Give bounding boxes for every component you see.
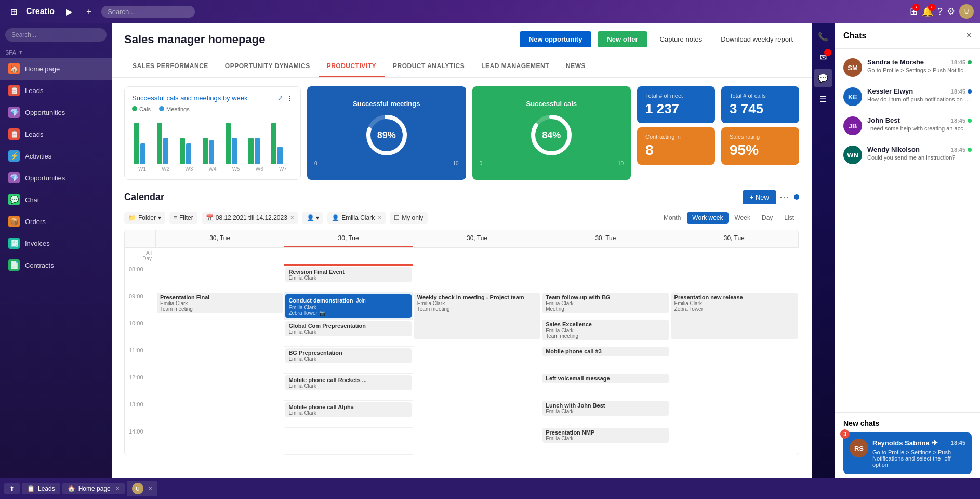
sidebar-item-home[interactable]: 🏠 Home page <box>0 58 112 80</box>
filter-person-label: Emilia Clark <box>341 214 375 221</box>
new-opportunity-button[interactable]: New opportunity <box>520 31 592 47</box>
taskbar-user-close[interactable]: × <box>149 485 152 492</box>
sidebar-item-orders[interactable]: 📦 Orders <box>0 211 112 232</box>
tab-product-analytics[interactable]: PRODUCT ANALYTICS <box>385 56 473 77</box>
taskbar-close[interactable]: × <box>116 485 120 492</box>
chat-time: 18:45 <box>951 59 965 65</box>
filter-date-clear[interactable]: × <box>290 214 294 221</box>
new-chat-item[interactable]: 3 RS Reynolds Sabrina ✈ 18:45 Go to Prof… <box>843 432 972 474</box>
filter-person-clear[interactable]: × <box>378 214 381 221</box>
view-day[interactable]: Day <box>757 212 778 224</box>
col4-1400: Presentation NMP Emilia Clark <box>541 426 669 453</box>
event-weekly-checkin[interactable]: Weekly check in meeting - Project team E… <box>414 293 540 339</box>
time-1000: 10:00 <box>125 318 156 345</box>
chat-item[interactable]: WN Wendy Nikolson 18:45 Could you send m… <box>835 140 980 169</box>
download-report-button[interactable]: Download weekly report <box>714 31 799 47</box>
event-global-com[interactable]: Global Com Prepresentation Emilia Clark <box>285 321 411 336</box>
join-button[interactable]: Join <box>353 297 368 305</box>
view-list[interactable]: List <box>779 212 799 224</box>
plus-icon[interactable]: ＋ <box>82 4 96 19</box>
filter-date[interactable]: 📅 08.12.2021 till 14.12.2023 × <box>202 212 298 224</box>
sidebar-item-opportunities[interactable]: 💎 Opportunities <box>0 101 112 123</box>
tab-news[interactable]: NEWS <box>558 56 594 77</box>
sidebar-item-invoices[interactable]: 🧾 Invoices <box>0 232 112 254</box>
taskbar-home-label: Home page <box>78 485 111 492</box>
chat-item[interactable]: SM Sandra te Morshe 18:45 Go to Profile … <box>835 53 980 82</box>
chat-item[interactable]: JB John Best 18:45 I need some help with… <box>835 111 980 140</box>
tab-lead-management[interactable]: LEAD MANAGEMENT <box>473 56 558 77</box>
capture-notes-button[interactable]: Capture notes <box>654 31 709 47</box>
chat-panel-icon[interactable]: 💬 <box>814 69 832 87</box>
taskbar-homepage[interactable]: 🏠 Home page × <box>62 483 125 494</box>
chart-bar-label: W6 <box>249 166 270 172</box>
more-icon[interactable]: ⋮ <box>286 94 293 102</box>
play-icon[interactable]: ▶ <box>62 4 76 19</box>
col1-0800 <box>156 264 284 291</box>
event-mobile-call3[interactable]: Mobile phone call #3 <box>542 347 668 356</box>
taskbar-expand[interactable]: ⬆ <box>4 483 20 494</box>
event-sales-excellence[interactable]: Sales Excellence Emilia Clark Team meeti… <box>542 320 668 340</box>
cal-col-2: Revision Final Event Emilia Clark Conduc… <box>284 264 413 455</box>
sidebar-item-contracts[interactable]: 📄 Contracts <box>0 254 112 276</box>
sidebar-item-chat[interactable]: 💬 Chat <box>0 189 112 211</box>
top-search-input[interactable] <box>101 6 195 18</box>
settings-icon[interactable]: ⚙ <box>947 6 955 17</box>
notification-icon[interactable]: 🔔 • <box>922 6 933 17</box>
filter-filter[interactable]: ≡ Filter <box>169 212 197 224</box>
view-workweek[interactable]: Work week <box>687 212 728 224</box>
event-mobile-rockets[interactable]: Mobile phone call Rockets ... Emilia Cla… <box>285 375 411 390</box>
new-chat-avatar: RS <box>850 439 868 457</box>
opportunities-icon: 💎 <box>8 107 20 118</box>
user-avatar[interactable]: U <box>959 4 974 19</box>
calendar-more-button[interactable]: ⋯ <box>776 188 792 206</box>
chat-panel-title: Chats <box>843 31 966 41</box>
grid-apps-icon[interactable]: ⊞ • <box>910 6 918 17</box>
tab-sales-performance[interactable]: SALES PERFORMANCE <box>124 56 217 77</box>
event-conduct-demo[interactable]: Conduct demonstration Join Emilia Clark … <box>285 294 411 318</box>
event-revision-final[interactable]: Revision Final Event Emilia Clark <box>285 267 411 282</box>
phone-icon[interactable]: 📞 <box>814 27 832 46</box>
sidebar-item-leads2[interactable]: 📋 Leads <box>0 123 112 145</box>
time-0800: 08:00 <box>125 264 156 291</box>
tab-productivity[interactable]: PRODUCTIVITY <box>319 56 385 77</box>
bar-calls <box>180 138 185 164</box>
event-location: Zebra Tower <box>674 306 794 312</box>
event-presentation-final[interactable]: Presentation Final Emilia Clark Team mee… <box>157 293 283 313</box>
event-team-followup[interactable]: Team follow-up with BG Emilia Clark Meet… <box>542 293 668 313</box>
view-month[interactable]: Month <box>658 212 686 224</box>
calendar-new-button[interactable]: + New <box>743 190 776 204</box>
filter-person[interactable]: 👤 ▾ <box>302 212 323 224</box>
filter-folder[interactable]: 📁 Folder ▾ <box>124 212 165 224</box>
sidebar-item-activities[interactable]: ⚡ Activities <box>0 145 112 167</box>
grid-icon[interactable]: ⊞ <box>6 4 21 19</box>
chat-item[interactable]: KE Kessler Elwyn 18:45 How do I turn off… <box>835 82 980 111</box>
sidebar-search-input[interactable] <box>5 28 107 42</box>
contracting-in-label: Contracting in <box>645 134 707 140</box>
list-icon[interactable]: ☰ <box>814 89 832 108</box>
email-icon[interactable]: ✉ <box>814 48 832 67</box>
col3-0800 <box>413 264 541 291</box>
bar-group <box>271 123 291 164</box>
event-voicemail[interactable]: Left voicemail message <box>542 374 668 383</box>
event-title: Mobile phone call Rockets ... <box>288 377 408 383</box>
filter-myonly[interactable]: ☐ My only <box>390 212 427 224</box>
tab-opportunity-dynamics[interactable]: OPPORTUNITY DYNAMICS <box>217 56 319 77</box>
taskbar-user[interactable]: U × <box>127 481 157 496</box>
event-lunch-johnbest[interactable]: Lunch with John Best Emilia Clark <box>542 401 668 416</box>
sidebar-item-label: Contracts <box>25 261 54 269</box>
chat-close-button[interactable]: × <box>966 30 972 41</box>
event-presentation-release[interactable]: Presentation new release Emilia Clark Ze… <box>671 293 798 339</box>
help-icon[interactable]: ? <box>937 6 943 17</box>
expand-icon[interactable]: ⤢ <box>277 94 283 102</box>
chat-time: 18:45 <box>951 147 965 153</box>
sidebar-item-leads1[interactable]: 📋 Leads <box>0 80 112 101</box>
sidebar-item-opportunities2[interactable]: 💎 Opportunities <box>0 167 112 189</box>
event-mobile-alpha[interactable]: Mobile phone call Alpha Emilia Clark <box>285 402 411 417</box>
new-offer-button[interactable]: New offer <box>598 31 647 47</box>
filter-emilia[interactable]: 👤 Emilia Clark × <box>327 212 386 224</box>
event-presentation-nmp[interactable]: Presentation NMP Emilia Clark <box>542 428 668 443</box>
taskbar-leads[interactable]: 📋 Leads <box>22 483 60 494</box>
view-week[interactable]: Week <box>730 212 756 224</box>
event-bg-pre[interactable]: BG Prepresentation Emilia Clark <box>285 348 411 363</box>
stat-tiles: Total # of meet 1 237 Contracting in 8 <box>637 86 715 180</box>
